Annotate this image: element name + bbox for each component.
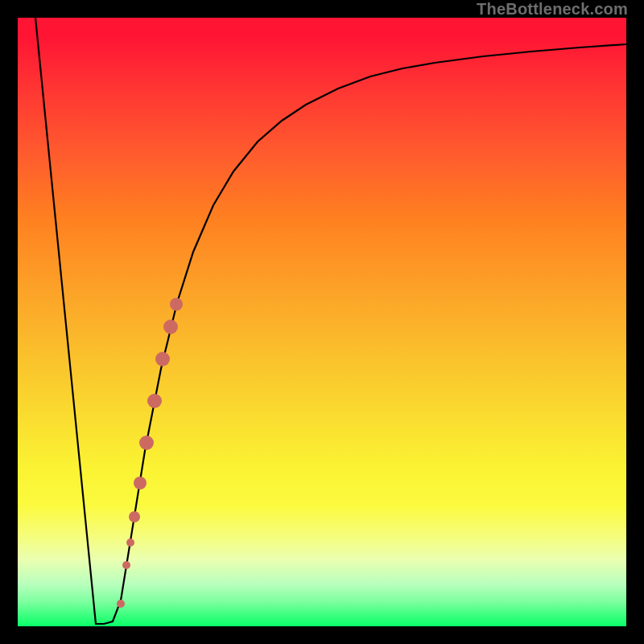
bottleneck-curve [35, 18, 626, 624]
marker-dot [147, 394, 162, 408]
chart-svg [18, 18, 626, 626]
marker-dot [122, 561, 130, 569]
marker-dot [155, 352, 170, 366]
marker-dot [170, 298, 183, 311]
watermark-text: TheBottleneck.com [477, 0, 628, 19]
marker-dot [126, 539, 134, 547]
highlight-markers [117, 298, 183, 608]
marker-dot [139, 436, 154, 450]
marker-dot [129, 511, 140, 522]
marker-dot [163, 320, 178, 334]
marker-dot [134, 477, 147, 489]
plot-area [18, 18, 626, 626]
marker-dot [117, 600, 125, 608]
curve-group [35, 18, 626, 624]
